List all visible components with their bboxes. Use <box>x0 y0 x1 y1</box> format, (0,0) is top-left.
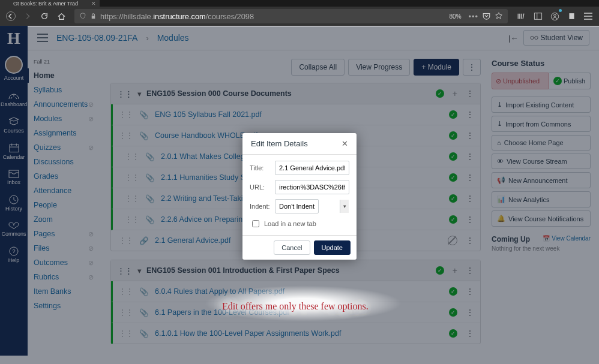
menu-icon[interactable] <box>581 9 595 23</box>
svg-rect-6 <box>569 13 574 19</box>
new-tab-checkbox[interactable] <box>252 220 259 227</box>
indent-select[interactable]: Don't Indent <box>275 199 319 213</box>
browser-tab-row: Gt Books: Brit & Amer Trad ✕ <box>0 0 599 7</box>
close-tab-icon[interactable]: ✕ <box>91 1 96 7</box>
chevron-down-icon: ▾ <box>340 200 349 213</box>
dialog-title: Edit Item Details <box>251 139 308 148</box>
browser-toolbar: https://hillsdale.instructure.com/course… <box>0 7 599 26</box>
indent-label: Indent: <box>250 203 271 210</box>
downloads-icon[interactable] <box>564 9 579 23</box>
url-input[interactable] <box>275 180 349 194</box>
tab-title: Gt Books: Brit & Amer Trad <box>13 1 78 7</box>
browser-tab[interactable]: Gt Books: Brit & Amer Trad ✕ <box>0 0 100 7</box>
reload-button[interactable] <box>37 9 52 23</box>
url-text: https://hillsdale.instructure.com/course… <box>100 12 254 21</box>
update-button[interactable]: Update <box>314 240 351 255</box>
annotation-text: Edit offers me only these few options. <box>222 301 369 312</box>
svg-rect-2 <box>534 13 541 20</box>
lock-icon <box>90 13 97 20</box>
svg-point-5 <box>553 14 556 16</box>
meatball-icon[interactable]: ••• <box>469 12 478 21</box>
bookmark-star-icon[interactable] <box>495 12 503 20</box>
library-icon[interactable] <box>514 9 528 23</box>
svg-rect-1 <box>92 16 95 19</box>
edit-item-dialog: Edit Item Details ✕ Title: URL: Indent: … <box>242 133 357 260</box>
account-icon[interactable] <box>547 9 562 23</box>
close-dialog-icon[interactable]: ✕ <box>342 139 348 148</box>
svg-point-0 <box>7 12 16 21</box>
back-button[interactable] <box>4 9 18 23</box>
pocket-icon[interactable] <box>482 12 491 20</box>
title-label: Title: <box>250 164 271 172</box>
url-bar[interactable]: https://hillsdale.instructure.com/course… <box>74 9 508 23</box>
sidebar-icon[interactable] <box>531 9 545 23</box>
forward-button <box>20 9 35 23</box>
zoom-level[interactable]: 80% <box>450 13 462 20</box>
shield-icon <box>79 13 86 20</box>
url-label: URL: <box>250 183 271 191</box>
modal-overlay: Edit Item Details ✕ Title: URL: Indent: … <box>0 26 599 364</box>
new-tab-label: Load in a new tab <box>264 220 316 227</box>
cancel-button[interactable]: Cancel <box>274 240 310 255</box>
title-input[interactable] <box>275 161 349 175</box>
home-button[interactable] <box>54 9 68 23</box>
